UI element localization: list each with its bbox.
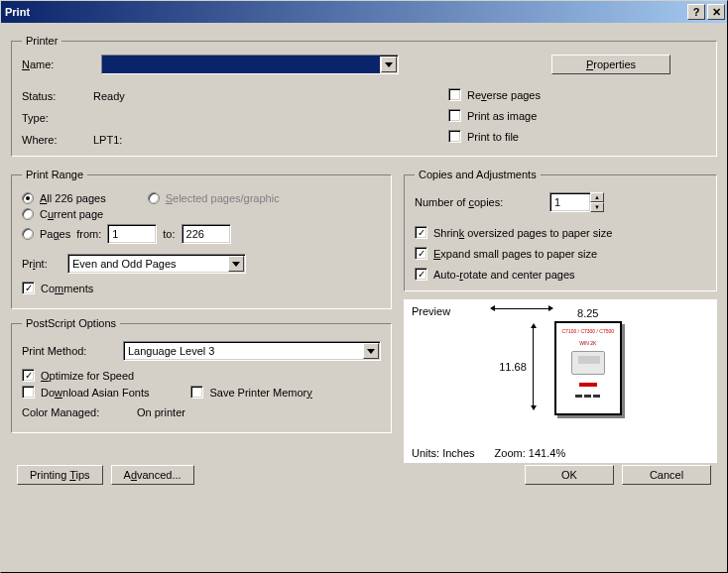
dropdown-icon: [228, 256, 244, 272]
print-mode-label: Print:: [22, 258, 61, 270]
print-method-select[interactable]: Language Level 3: [123, 341, 381, 361]
status-value: Ready: [93, 90, 419, 102]
copies-label: Number of copies:: [415, 196, 544, 208]
from-input[interactable]: [107, 224, 157, 244]
download-asian-fonts-checkbox[interactable]: Download Asian Fonts: [22, 386, 149, 399]
close-button[interactable]: ✕: [707, 4, 725, 20]
printing-tips-button[interactable]: Printing Tips: [17, 465, 103, 485]
height-dimension: 11.68: [499, 323, 537, 410]
advanced-button[interactable]: Advanced...: [111, 465, 194, 485]
expand-checkbox[interactable]: ✓Expand small pages to paper size: [415, 247, 706, 260]
properties-button[interactable]: Properties: [551, 55, 670, 74]
print-as-image-checkbox[interactable]: Print as image: [448, 109, 706, 122]
to-input[interactable]: [182, 224, 231, 244]
printer-group: Printer Name: Properties Status: Ready T…: [11, 35, 717, 157]
color-managed-value: On printer: [137, 406, 185, 418]
print-method-label: Print Method:: [22, 345, 117, 357]
from-label: from:: [76, 228, 101, 240]
cancel-button[interactable]: Cancel: [622, 465, 711, 485]
where-label: Where:: [22, 134, 93, 146]
preview-panel: Preview 11.68 8.25 C7100: [404, 299, 717, 463]
printer-icon: [571, 351, 605, 375]
to-label: to:: [163, 228, 175, 240]
all-pages-radio[interactable]: All 226 pages: [22, 192, 106, 204]
current-page-radio[interactable]: Current page: [22, 208, 103, 220]
spin-down-icon[interactable]: ▼: [590, 202, 604, 212]
zoom: Zoom: 141.4%: [495, 447, 566, 459]
print-range-legend: Print Range: [22, 169, 87, 180]
name-label: Name:: [22, 58, 85, 70]
type-value: [93, 112, 419, 124]
printer-legend: Printer: [22, 35, 61, 47]
width-value: 8.25: [577, 307, 598, 319]
titlebar: Print ? ✕: [1, 1, 727, 23]
copies-input[interactable]: [549, 192, 591, 212]
preview-page: C7100 / C7300 / C7500 WIN 2K: [554, 321, 622, 415]
save-printer-memory-checkbox[interactable]: Save Printer Memory: [190, 386, 311, 399]
window-title: Print: [5, 6, 687, 18]
ok-button[interactable]: OK: [525, 465, 614, 485]
postscript-group: PostScript Options Print Method: Languag…: [11, 317, 392, 433]
status-label: Status:: [22, 90, 93, 102]
preview-label: Preview: [412, 305, 450, 317]
help-button[interactable]: ?: [687, 4, 705, 20]
type-label: Type:: [22, 112, 93, 124]
comments-checkbox[interactable]: ✓Comments: [22, 282, 93, 294]
auto-rotate-checkbox[interactable]: ✓Auto-rotate and center pages: [415, 268, 706, 281]
optimize-speed-checkbox[interactable]: ✓Optimize for Speed: [22, 369, 134, 382]
reverse-pages-checkbox[interactable]: Reverse pages: [448, 88, 706, 101]
print-to-file-checkbox[interactable]: Print to file: [448, 130, 706, 143]
color-managed-label: Color Managed:: [22, 406, 131, 418]
units: Units: Inches: [412, 447, 475, 459]
selected-pages-radio: Selected pages/graphic: [148, 192, 280, 204]
dropdown-icon: [363, 343, 379, 359]
copies-spinner[interactable]: ▲ ▼: [549, 192, 604, 212]
width-dimension: [490, 305, 553, 311]
copies-group: Copies and Adjustments Number of copies:…: [404, 169, 717, 291]
print-mode-select[interactable]: Even and Odd Pages: [67, 254, 246, 274]
dropdown-icon: [381, 57, 397, 72]
copies-legend: Copies and Adjustments: [415, 169, 541, 180]
shrink-checkbox[interactable]: ✓Shrink oversized pages to paper size: [415, 226, 706, 239]
printer-name-select[interactable]: [101, 55, 399, 74]
pages-radio[interactable]: Pages: [22, 228, 70, 240]
where-value: LPT1:: [93, 134, 419, 146]
postscript-legend: PostScript Options: [22, 317, 120, 329]
print-range-group: Print Range All 226 pages Selected pages…: [11, 169, 392, 309]
spin-up-icon[interactable]: ▲: [590, 192, 604, 202]
